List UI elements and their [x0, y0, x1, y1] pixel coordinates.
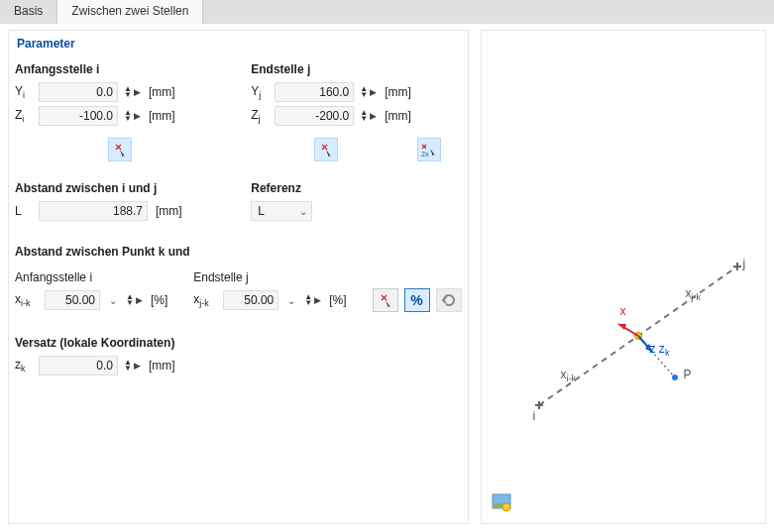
- svg-point-23: [502, 503, 510, 511]
- subheading-start-i: Anfangsstelle i: [15, 265, 167, 290]
- input-zj[interactable]: -200.0: [275, 106, 354, 126]
- svg-text:2x: 2x: [421, 151, 429, 158]
- heading-reference: Referenz: [251, 175, 461, 201]
- heading-end-j: Endstelle j: [251, 56, 461, 82]
- input-zi[interactable]: -100.0: [39, 106, 118, 126]
- diagram-label-zzk: z zk: [650, 342, 670, 358]
- input-xik[interactable]: 50.00: [45, 290, 100, 310]
- diagram-label-x: x: [620, 304, 626, 318]
- spinner-zj[interactable]: ▲▼▶: [360, 110, 377, 122]
- input-zk[interactable]: 0.0: [39, 356, 118, 375]
- diagram: i j x xj-k xi-k z zk P: [501, 239, 755, 427]
- section-title: Parameter: [15, 37, 462, 56]
- pick-point-j-button[interactable]: [314, 138, 338, 161]
- label-yj: Yj: [251, 84, 269, 100]
- spinner-xjk[interactable]: ▲▼▶: [304, 294, 321, 306]
- heading-offset: Versatz (lokale Koordinaten): [15, 330, 462, 356]
- tab-between-two-positions[interactable]: Zwischen zwei Stellen: [57, 0, 203, 24]
- preview-settings-icon[interactable]: [492, 493, 511, 513]
- tab-bar: Basis Zwischen zwei Stellen: [0, 0, 774, 24]
- pick-distance-button[interactable]: [373, 288, 398, 312]
- diagram-label-j: j: [743, 257, 746, 270]
- spinner-zk[interactable]: ▲▼▶: [124, 360, 141, 372]
- unit-zj: [mm]: [385, 109, 411, 123]
- subheading-end-j: Endstelle j: [193, 265, 346, 290]
- heading-distance-ij: Abstand zwischen i und j: [15, 175, 225, 201]
- dropdown-xik-icon[interactable]: ⌄: [106, 295, 120, 306]
- pick-two-points-button[interactable]: 2x: [417, 138, 441, 161]
- spinner-xik[interactable]: ▲▼▶: [126, 294, 143, 306]
- diagram-label-xjk: xj-k: [686, 286, 702, 302]
- select-reference-value: L: [258, 204, 265, 218]
- undo-button[interactable]: [436, 288, 462, 312]
- label-yi: Yi: [15, 84, 33, 100]
- heading-distance-k: Abstand zwischen Punkt k und: [15, 239, 462, 265]
- label-zi: Zi: [15, 108, 33, 124]
- svg-point-20: [672, 374, 678, 380]
- input-xjk[interactable]: 50.00: [223, 290, 278, 310]
- unit-xik: [%]: [151, 293, 167, 307]
- diagram-label-P: P: [684, 368, 692, 381]
- unit-L: [mm]: [156, 204, 182, 218]
- spinner-yj[interactable]: ▲▼▶: [360, 86, 377, 98]
- input-yi[interactable]: 0.0: [39, 82, 118, 102]
- label-xjk: xj-k: [193, 292, 217, 308]
- unit-zi: [mm]: [149, 109, 175, 123]
- label-xik: xi-k: [15, 292, 39, 308]
- diagram-label-i: i: [533, 409, 536, 423]
- diagram-label-xik: xi-k: [561, 368, 577, 383]
- select-reference[interactable]: L ⌄: [251, 201, 312, 221]
- heading-start-i: Anfangsstelle i: [15, 56, 225, 82]
- input-yj[interactable]: 160.0: [275, 82, 354, 102]
- chevron-down-icon: ⌄: [299, 206, 307, 217]
- label-L: L: [15, 204, 33, 218]
- spinner-yi[interactable]: ▲▼▶: [124, 86, 141, 98]
- label-zj: Zj: [251, 108, 269, 124]
- pick-point-i-button[interactable]: [108, 138, 132, 161]
- output-L: 188.7: [39, 201, 148, 221]
- percent-icon: %: [410, 292, 422, 308]
- spinner-zi[interactable]: ▲▼▶: [124, 110, 141, 122]
- tab-basis[interactable]: Basis: [0, 0, 57, 24]
- dropdown-xjk-icon[interactable]: ⌄: [284, 295, 298, 306]
- parameter-panel: Parameter Anfangsstelle i Yi 0.0 ▲▼▶ [mm…: [8, 30, 469, 524]
- preview-panel: i j x xj-k xi-k z zk P: [481, 30, 766, 524]
- unit-yj: [mm]: [385, 85, 411, 99]
- unit-yi: [mm]: [149, 85, 175, 99]
- unit-zk: [mm]: [149, 359, 175, 372]
- label-zk: zk: [15, 358, 33, 373]
- percent-toggle-button[interactable]: %: [404, 288, 430, 312]
- unit-xjk: [%]: [329, 293, 346, 307]
